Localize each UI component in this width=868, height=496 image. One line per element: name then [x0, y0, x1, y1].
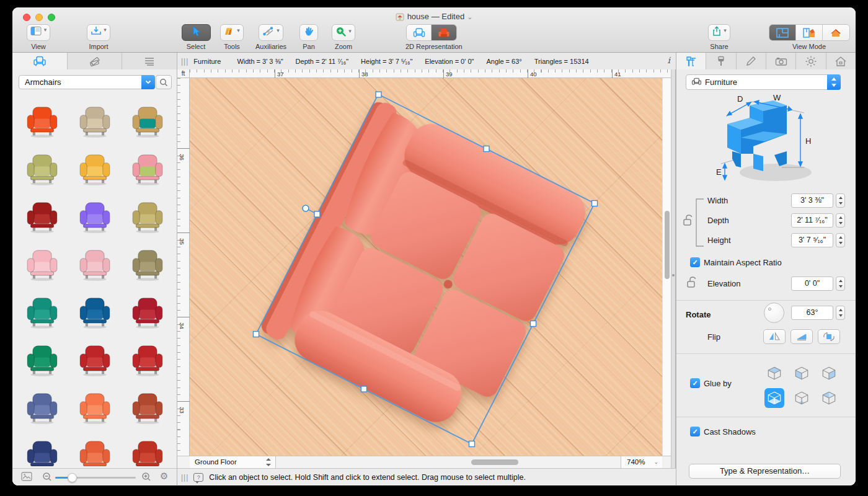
- elevation-stepper[interactable]: [836, 277, 845, 291]
- width-stepper[interactable]: [836, 193, 845, 208]
- tab-materials-library[interactable]: [68, 53, 123, 69]
- flip-horizontal-button[interactable]: [763, 329, 786, 344]
- elevation-row: Elevation 0' 0": [676, 277, 856, 291]
- gear-icon[interactable]: ⚙: [160, 471, 168, 482]
- vertical-scrollbar[interactable]: [662, 78, 671, 456]
- inspector-category-select[interactable]: Furniture: [686, 74, 841, 90]
- rotate-stepper[interactable]: [836, 306, 845, 320]
- depth-field[interactable]: 2' 11 ⁷⁄₁₆": [791, 213, 833, 228]
- preview-image-icon[interactable]: [21, 472, 32, 484]
- v-ruler-label: 35: [177, 232, 190, 240]
- zoom-tool-button[interactable]: ▾: [332, 24, 355, 41]
- title-chevron-icon[interactable]: ⌄: [467, 13, 472, 20]
- floor-select-arrows-icon: [266, 458, 272, 466]
- chair-item[interactable]: [16, 335, 69, 383]
- glue-right-button[interactable]: [819, 363, 839, 383]
- cast-shadows-checkbox[interactable]: ✓: [690, 427, 700, 436]
- chair-item[interactable]: [121, 97, 174, 144]
- chair-item[interactable]: [16, 240, 69, 288]
- chair-item[interactable]: [121, 335, 174, 383]
- tab-furniture-library[interactable]: [12, 53, 68, 69]
- share-button[interactable]: ▾: [708, 24, 730, 41]
- search-button[interactable]: [156, 75, 172, 89]
- rotate-object-button[interactable]: [818, 329, 840, 344]
- rotate-field[interactable]: 63°: [791, 306, 833, 320]
- rotation-handle[interactable]: [303, 205, 309, 211]
- view-mode-split-button[interactable]: [796, 25, 823, 40]
- status-bar-grip[interactable]: |||: [181, 473, 188, 482]
- glue-left-button[interactable]: [792, 363, 812, 383]
- glue-back-button[interactable]: [819, 388, 839, 408]
- zoom-in-icon[interactable]: [141, 472, 151, 484]
- select-tool-button[interactable]: [182, 24, 211, 41]
- glue-floor-button-selected[interactable]: [764, 388, 784, 408]
- chair-item[interactable]: [69, 383, 122, 431]
- selected-sofa-object[interactable]: [256, 94, 594, 444]
- pan-button[interactable]: [299, 24, 318, 41]
- tab-building[interactable]: [826, 53, 856, 69]
- info-icon[interactable]: i: [668, 55, 670, 65]
- help-bubble-icon[interactable]: ?: [193, 473, 203, 482]
- view-mode-2d-button[interactable]: [769, 25, 796, 40]
- height-stepper[interactable]: [836, 233, 845, 247]
- maintain-aspect-ratio-checkbox[interactable]: ✓: [690, 257, 700, 267]
- chair-item[interactable]: [121, 240, 174, 288]
- panel-divider[interactable]: [671, 69, 676, 485]
- 2d-rep-wireframe-button[interactable]: [407, 25, 432, 40]
- tab-camera[interactable]: [766, 53, 796, 69]
- chevron-down-icon: ▾: [724, 27, 727, 33]
- floor-select[interactable]: Ground Floor: [190, 456, 276, 468]
- chair-item[interactable]: [69, 240, 122, 288]
- tools-button[interactable]: ▾: [220, 24, 244, 41]
- chair-item[interactable]: [16, 192, 69, 240]
- tab-light[interactable]: [796, 53, 826, 69]
- zoom-out-icon[interactable]: [42, 472, 52, 484]
- chair-item[interactable]: [121, 192, 174, 240]
- chair-item[interactable]: [16, 97, 69, 144]
- slider-thumb[interactable]: [68, 473, 77, 482]
- chair-item[interactable]: [69, 192, 122, 240]
- type-representation-button[interactable]: Type & Representation…: [689, 464, 841, 479]
- flip-vertical-button[interactable]: [790, 329, 813, 344]
- inspector-select-arrows: [827, 74, 841, 90]
- zoom-level-select[interactable]: 740% ⌄: [621, 456, 662, 468]
- view-mode-3d-button[interactable]: [823, 25, 849, 40]
- chair-item[interactable]: [121, 288, 174, 335]
- height-field[interactable]: 3' 7 ⁵⁄₁₆": [791, 233, 833, 247]
- share-button-label: Share: [704, 43, 734, 50]
- tab-materials[interactable]: [706, 53, 736, 69]
- thumbnail-size-slider[interactable]: [55, 477, 136, 479]
- info-bar-grip[interactable]: |||: [181, 57, 188, 66]
- glue-top-button[interactable]: [764, 363, 784, 383]
- vertical-scrollbar-thumb[interactable]: [665, 211, 670, 279]
- armchair-filled-icon: [438, 27, 450, 38]
- chair-item[interactable]: [69, 144, 122, 192]
- horizontal-scrollbar-thumb[interactable]: [471, 459, 518, 465]
- chair-item[interactable]: [69, 97, 122, 144]
- chair-item[interactable]: [121, 431, 174, 466]
- view-button[interactable]: ▾: [27, 24, 51, 41]
- auxiliaries-button[interactable]: ▾: [259, 24, 283, 41]
- chair-item[interactable]: [16, 383, 69, 431]
- depth-stepper[interactable]: [836, 213, 845, 228]
- chair-item[interactable]: [16, 144, 69, 192]
- tab-project-tree[interactable]: [122, 53, 177, 69]
- toolbar-group-share: ▾ Share: [704, 24, 734, 50]
- elevation-field[interactable]: 0' 0": [791, 277, 833, 291]
- tab-object-properties[interactable]: [676, 53, 706, 69]
- 2d-rep-filled-button[interactable]: [432, 25, 456, 40]
- chair-item[interactable]: [16, 288, 69, 335]
- chair-item[interactable]: [69, 335, 122, 383]
- import-button[interactable]: ▾: [87, 24, 110, 41]
- chair-item[interactable]: [69, 431, 122, 466]
- floor-plan-view[interactable]: [190, 78, 662, 456]
- glue-bottom-button[interactable]: [792, 388, 812, 408]
- chair-item[interactable]: [121, 383, 174, 431]
- tab-edit[interactable]: [737, 53, 766, 69]
- glue-by-checkbox[interactable]: ✓: [690, 378, 700, 388]
- width-field[interactable]: 3' 3 ⅜": [791, 193, 833, 208]
- chair-item[interactable]: [16, 431, 69, 466]
- chair-item[interactable]: [69, 288, 122, 335]
- chair-item[interactable]: [121, 144, 174, 192]
- category-select[interactable]: Armchairs: [19, 75, 155, 89]
